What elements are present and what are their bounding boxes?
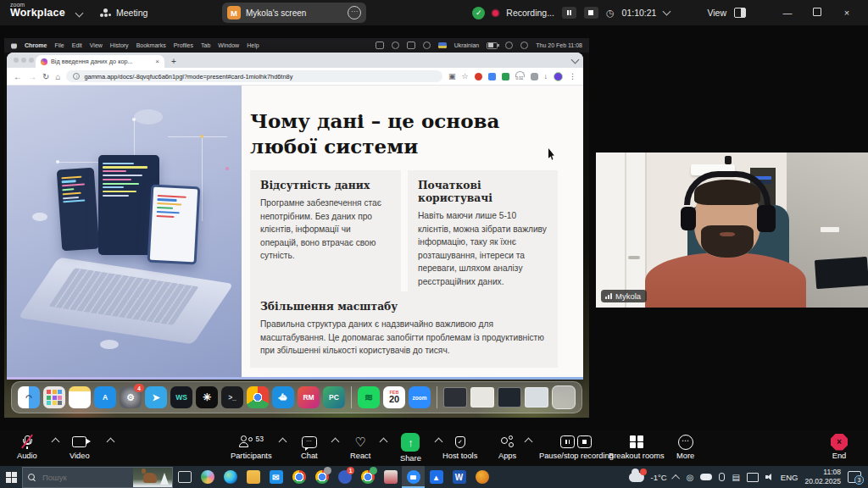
webcam-video-mykola[interactable]: Mykola (596, 152, 868, 308)
dock-rubymine-icon[interactable]: RM (298, 386, 320, 408)
mac-menu-edit[interactable]: Edit (72, 42, 82, 48)
download-icon[interactable]: ↓ (544, 72, 548, 80)
mac-menu-help[interactable]: Help (247, 42, 259, 48)
tray-device-icon[interactable]: ▤ (732, 473, 739, 482)
mac-menu-tab[interactable]: Tab (201, 42, 210, 48)
profile-avatar[interactable] (554, 72, 563, 81)
dock-trash-icon[interactable] (552, 385, 576, 409)
extensions-puzzle-icon[interactable] (531, 73, 538, 80)
taskbar-chrome-profile-icon[interactable] (310, 466, 333, 488)
new-tab-button[interactable]: + (171, 57, 176, 66)
wifi-icon[interactable] (505, 42, 513, 49)
taskbar-explorer-icon[interactable] (242, 466, 264, 488)
chat-chevron-icon[interactable] (331, 438, 340, 446)
dock-calendar-icon[interactable]: FEB20 (383, 386, 405, 408)
mac-menu-history[interactable]: History (110, 42, 129, 48)
mac-close-traffic-light[interactable] (14, 58, 19, 63)
taskbar-app-icon[interactable] (379, 466, 402, 488)
chevron-down-icon[interactable] (663, 8, 671, 16)
menu-extra-icon[interactable] (392, 42, 399, 49)
security-shield-icon[interactable]: ✓ (472, 7, 485, 19)
tab-mykolas-screen[interactable]: M Mykola's screen ⋯ (222, 3, 366, 23)
search-input[interactable] (41, 472, 125, 483)
dock-docker-icon[interactable]: ⛴ (272, 386, 294, 408)
dock-minimized-window[interactable] (525, 387, 548, 408)
taskbar-copilot-icon[interactable] (196, 466, 219, 488)
taskbar-chrome-alt-icon[interactable] (356, 466, 379, 488)
dock-notes-icon[interactable] (69, 386, 91, 408)
video-button[interactable]: Video (70, 435, 90, 460)
mac-menu-bookmarks[interactable]: Bookmarks (136, 42, 166, 48)
bookmark-star-icon[interactable]: ☆ (461, 72, 468, 80)
participants-chevron-icon[interactable] (279, 438, 287, 446)
apple-logo-icon[interactable] (11, 42, 17, 49)
mac-menu-window[interactable]: Window (218, 42, 239, 48)
back-icon[interactable]: ← (14, 72, 22, 81)
ellipsis-icon[interactable]: ⋯ (348, 6, 361, 19)
apps-chevron-icon[interactable] (525, 438, 533, 446)
taskbar-people-icon[interactable]: 1 (333, 466, 356, 488)
language-indicator[interactable]: ENG (781, 473, 798, 482)
mac-zoom-traffic-light[interactable] (29, 58, 34, 63)
dock-spotify-icon[interactable]: ≋ (358, 386, 380, 408)
tray-mic-icon[interactable] (719, 473, 725, 481)
taskbar-word-icon[interactable]: W (448, 466, 470, 488)
dock-minimized-window[interactable] (498, 387, 521, 408)
weather-icon[interactable] (629, 473, 644, 482)
taskbar-emoji-app-icon[interactable] (470, 466, 493, 488)
dock-webstorm-icon[interactable]: WS (170, 386, 192, 408)
forward-icon[interactable]: → (28, 72, 36, 81)
tray-app-icon[interactable]: ◎ (687, 473, 694, 482)
mac-menu-chrome[interactable]: Chrome (25, 42, 47, 48)
more-button[interactable]: ⋯ More (676, 435, 694, 460)
browser-tab[interactable]: Від введення даних до кор... × (36, 55, 164, 68)
audio-button[interactable]: Audio (17, 435, 37, 460)
zoom-workplace-logo[interactable]: zoom Workplace (10, 2, 65, 19)
participants-button[interactable]: 53 Participants (231, 435, 272, 460)
maximize-button[interactable] (806, 8, 828, 18)
minimize-button[interactable]: — (776, 8, 798, 18)
extension-icon[interactable] (502, 73, 509, 80)
spotlight-search-icon[interactable] (520, 42, 528, 49)
host-tools-button[interactable]: ✓ Host tools (442, 435, 477, 460)
close-button[interactable]: × (836, 8, 858, 18)
input-source-label[interactable]: Ukrainian (454, 42, 480, 48)
react-chevron-icon[interactable] (380, 438, 388, 446)
input-source-flag-icon[interactable] (438, 42, 447, 48)
dock-zoom-icon[interactable]: zoom (409, 386, 431, 408)
tab-search-chevron-icon[interactable] (571, 56, 580, 64)
extension-icon[interactable] (475, 73, 482, 80)
video-options-chevron-icon[interactable] (107, 438, 115, 446)
battery-icon[interactable] (487, 42, 498, 49)
mac-minimize-traffic-light[interactable] (21, 58, 26, 63)
pause-recording-button[interactable] (562, 7, 576, 19)
dock-appstore-icon[interactable]: A (94, 386, 116, 408)
focus-moon-icon[interactable] (423, 42, 431, 49)
dock-minimized-window[interactable] (443, 387, 467, 408)
dock-pycharm-icon[interactable]: PC (323, 386, 345, 408)
apps-button[interactable]: Apps (498, 435, 516, 460)
tray-expand-chevron-icon[interactable] (671, 474, 680, 482)
dock-chrome-icon[interactable] (247, 386, 269, 408)
dock-settings-icon[interactable]: ⚙4 (120, 386, 142, 408)
dock-terminal-icon[interactable]: >_ (221, 386, 243, 408)
share-button[interactable]: ↑ Share (400, 433, 421, 463)
search-highlight-deer-art[interactable] (133, 468, 172, 488)
view-layout-icon[interactable] (734, 8, 746, 18)
taskbar-zoom-icon[interactable] (402, 466, 425, 488)
dock-chatgpt-icon[interactable]: ✳ (196, 386, 218, 408)
home-icon[interactable]: ⌂ (55, 72, 60, 81)
mac-menu-view[interactable]: View (90, 42, 103, 48)
end-button[interactable]: × End (831, 435, 848, 460)
pause-stop-recording-button[interactable]: Pause/stop recording (539, 435, 614, 460)
tab-meeting[interactable]: Meeting (100, 0, 147, 25)
mac-clock[interactable]: Thu 20 Feb 11:08 (536, 42, 582, 48)
display-icon[interactable] (407, 42, 415, 49)
taskbar-search[interactable] (22, 467, 173, 488)
menu-extra-icon[interactable] (376, 42, 384, 49)
mac-menu-profiles[interactable]: Profiles (174, 42, 193, 48)
onedrive-icon[interactable] (700, 474, 712, 480)
temperature-label[interactable]: -1°C (651, 473, 667, 482)
share-chevron-icon[interactable] (435, 438, 443, 446)
extension-icon[interactable] (488, 73, 496, 80)
